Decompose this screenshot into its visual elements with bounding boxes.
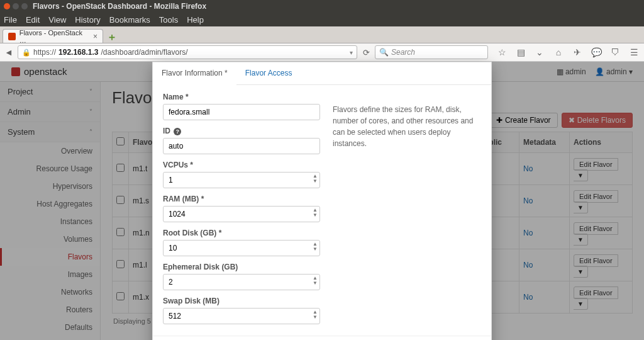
- window-title: Flavors - OpenStack Dashboard - Mozilla …: [33, 2, 206, 11]
- tab-flavor-information[interactable]: Flavor Information *: [153, 62, 236, 85]
- send-icon[interactable]: ✈: [571, 46, 584, 59]
- menu-edit[interactable]: Edit: [26, 15, 40, 25]
- id-input[interactable]: [163, 138, 320, 154]
- dashboard-app: openstack ▦ admin 👤 admin ▾ Project˅ Adm…: [0, 62, 644, 340]
- window-titlebar: Flavors - OpenStack Dashboard - Mozilla …: [0, 0, 644, 13]
- tab-label: Flavors - OpenStack …: [19, 29, 89, 44]
- ephemeral-disk-input[interactable]: [163, 274, 320, 290]
- ram-input[interactable]: [163, 206, 320, 222]
- label-vcpus: VCPUs: [163, 161, 320, 169]
- help-icon[interactable]: ?: [174, 128, 181, 135]
- window-minimize-icon[interactable]: [13, 3, 19, 9]
- search-icon: 🔍: [379, 48, 389, 57]
- create-flavor-modal: Flavor Information * Flavor Access Name …: [152, 62, 492, 340]
- menu-history[interactable]: History: [75, 15, 100, 25]
- back-button[interactable]: ◄: [4, 46, 14, 59]
- modal-description: Flavors define the sizes for RAM, disk, …: [333, 93, 481, 331]
- window-maximize-icon[interactable]: [21, 3, 28, 9]
- spinner-icon[interactable]: ▲▼: [313, 310, 318, 320]
- label-ram: RAM (MB): [163, 195, 320, 203]
- tab-flavor-access[interactable]: Flavor Access: [236, 62, 301, 84]
- url-scheme: https://: [33, 48, 56, 57]
- menu-file[interactable]: File: [4, 15, 17, 25]
- navigation-toolbar: ◄ 🔒 https://192.168.1.3/dashboard/admin/…: [0, 43, 644, 62]
- search-bar[interactable]: 🔍 Search: [375, 45, 488, 59]
- browser-tab[interactable]: Flavors - OpenStack … ×: [3, 29, 103, 43]
- new-tab-button[interactable]: ＋: [106, 31, 118, 43]
- label-ephemeral-disk: Ephemeral Disk (GB): [163, 263, 320, 271]
- url-host: 192.168.1.3: [58, 48, 98, 57]
- spinner-icon[interactable]: ▲▼: [313, 208, 318, 218]
- label-root-disk: Root Disk (GB): [163, 229, 320, 237]
- swap-disk-input[interactable]: [163, 308, 320, 324]
- home-icon[interactable]: ⌂: [552, 46, 565, 59]
- root-disk-input[interactable]: [163, 240, 320, 256]
- menu-help[interactable]: Help: [187, 15, 204, 25]
- menu-bookmarks[interactable]: Bookmarks: [109, 15, 150, 25]
- tab-strip: Flavors - OpenStack … × ＋: [0, 26, 644, 43]
- name-input[interactable]: [163, 104, 320, 120]
- url-bar[interactable]: 🔒 https://192.168.1.3/dashboard/admin/fl…: [18, 45, 357, 59]
- label-id: ID ?: [163, 127, 320, 135]
- menu-view[interactable]: View: [48, 15, 66, 25]
- url-path: /dashboard/admin/flavors/: [101, 48, 187, 57]
- spinner-icon[interactable]: ▲▼: [313, 174, 318, 184]
- library-icon[interactable]: ▤: [514, 46, 527, 59]
- tab-close-icon[interactable]: ×: [93, 32, 97, 41]
- bookmark-star-icon[interactable]: ☆: [496, 46, 508, 59]
- spinner-icon[interactable]: ▲▼: [313, 242, 318, 252]
- pocket-icon[interactable]: ⌄: [533, 46, 546, 59]
- shield-icon[interactable]: ⛉: [609, 46, 621, 59]
- hamburger-icon[interactable]: ☰: [628, 46, 640, 59]
- chat-icon[interactable]: 💬: [590, 46, 602, 59]
- label-name: Name: [163, 93, 320, 101]
- search-placeholder: Search: [391, 48, 415, 57]
- vcpus-input[interactable]: [163, 172, 320, 188]
- url-dropdown-icon[interactable]: ▾: [350, 49, 353, 56]
- menu-tools[interactable]: Tools: [159, 15, 178, 25]
- favicon-icon: [8, 33, 16, 40]
- lock-icon: 🔒: [22, 48, 31, 57]
- reload-button[interactable]: ⟳: [361, 48, 371, 57]
- firefox-menubar: File Edit View History Bookmarks Tools H…: [0, 13, 644, 26]
- window-buttons: [4, 3, 28, 9]
- label-swap-disk: Swap Disk (MB): [163, 297, 320, 305]
- spinner-icon[interactable]: ▲▼: [313, 276, 318, 286]
- window-close-icon[interactable]: [4, 3, 10, 9]
